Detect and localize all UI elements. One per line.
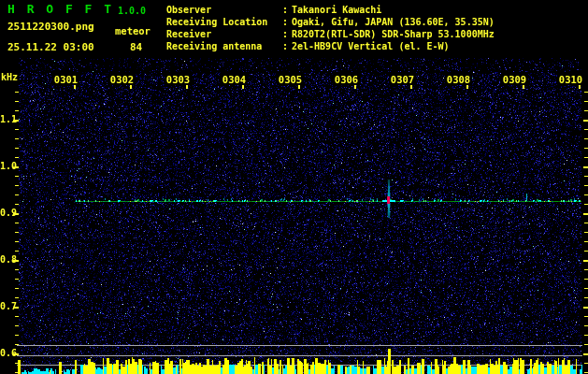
observation-datetime: 25.11.22 03:00: [7, 41, 94, 53]
meteor-count: 84: [130, 41, 142, 53]
info-colon: :: [282, 4, 292, 16]
y-axis-unit-label: kHz: [1, 71, 18, 83]
info-row-receiving-antenna: Receiving antenna:2el-HB9CV Vertical (el…: [166, 40, 495, 52]
y-axis-label-1.1: 1.1: [0, 114, 13, 125]
x-axis-label-0306: 0306: [334, 74, 359, 85]
info-label: Receiver: [166, 28, 282, 40]
y-axis-label-0.6: 0.6: [0, 348, 13, 359]
info-label: Receiving Location: [166, 16, 282, 28]
y-axis-label-1.0: 1.0: [0, 161, 13, 172]
info-row-receiver: Receiver:R820T2(RTL-SDR) SDR-Sharp 53.10…: [166, 28, 495, 40]
y-axis-label-0.8: 0.8: [0, 254, 13, 266]
x-axis-label-0302: 0302: [109, 74, 135, 85]
output-filename: 2511220300.png: [7, 21, 94, 33]
info-value: 2el-HB9CV Vertical (el. E-W): [292, 40, 450, 52]
spectrogram-canvas: [0, 0, 588, 374]
station-info-block: Observer:Takanori KawachiReceiving Locat…: [166, 4, 495, 52]
info-row-observer: Observer:Takanori Kawachi: [166, 4, 495, 16]
info-label: Receiving antenna: [166, 40, 282, 52]
x-axis-label-0308: 0308: [446, 74, 471, 85]
app-version: 1.0.0: [118, 5, 146, 17]
y-axis-label-0.7: 0.7: [0, 301, 13, 312]
app-title: H R O F F T: [7, 3, 114, 15]
x-axis-label-0310: 0310: [558, 74, 583, 85]
info-value: Takanori Kawachi: [292, 4, 381, 16]
x-axis-label-0309: 0309: [502, 74, 527, 85]
x-axis-label-0303: 0303: [165, 74, 191, 85]
x-axis-label-0307: 0307: [390, 74, 415, 85]
info-colon: :: [282, 28, 292, 40]
info-colon: :: [282, 16, 292, 28]
mode-label: meteor: [115, 25, 151, 37]
info-value: Ogaki, Gifu, JAPAN (136.60E, 35.35N): [292, 16, 495, 28]
x-axis-label-0305: 0305: [278, 74, 303, 85]
hrofft-window: H R O F F T 1.0.0 2511220300.png meteor …: [0, 0, 588, 374]
x-axis-label-0304: 0304: [222, 74, 247, 85]
info-value: R820T2(RTL-SDR) SDR-Sharp 53.1000MHz: [292, 28, 495, 40]
info-colon: :: [282, 40, 292, 52]
info-row-receiving-location: Receiving Location:Ogaki, Gifu, JAPAN (1…: [166, 16, 495, 28]
x-axis-label-0301: 0301: [53, 74, 79, 85]
info-label: Observer: [166, 4, 282, 16]
y-axis-label-0.9: 0.9: [0, 208, 13, 219]
